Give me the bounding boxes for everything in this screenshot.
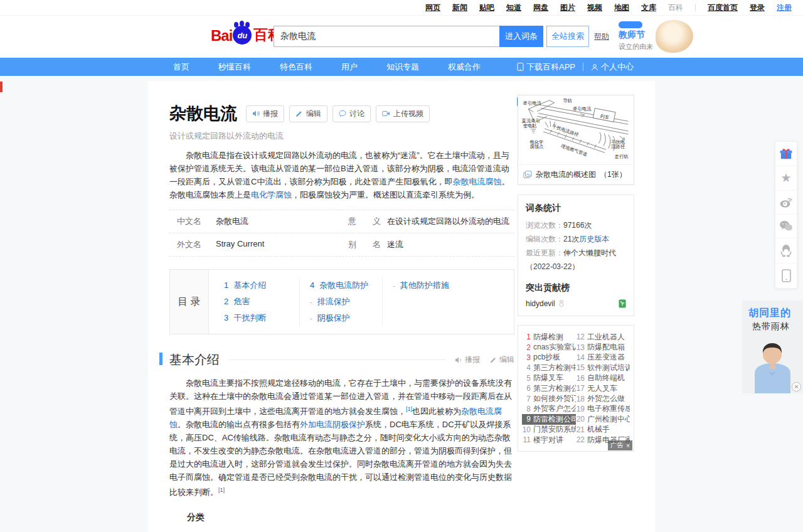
hot-item[interactable]: 8 外贸客户怎么找: [522, 404, 576, 414]
enter-entry-button[interactable]: 进入词条: [499, 26, 543, 47]
divider: [583, 63, 583, 71]
toc-entry[interactable]: 2危害: [224, 294, 299, 310]
top-nav-link[interactable]: 地图: [614, 3, 629, 13]
nav-item[interactable]: 用户: [341, 61, 358, 73]
hot-item[interactable]: 21 机械手: [576, 425, 630, 435]
hot-item[interactable]: 18 外贸怎么做: [576, 393, 630, 403]
entry-stats-card: 词条统计 浏览次数：97166次 编辑次数：21次历史版本 最近更新：伸个大懒腰…: [518, 194, 634, 316]
hot-item[interactable]: 17 无人叉车: [576, 383, 630, 393]
hot-item[interactable]: 10 门禁安防系统: [522, 425, 576, 435]
floating-ad[interactable]: 胡同里的 热带雨林 ✕: [742, 301, 803, 393]
baike-nav-bar: 首页秒懂百科特色百科用户知识专题权威合作 下载百科APP 个人中心: [0, 58, 803, 76]
nav-item[interactable]: 特色百科: [280, 61, 312, 73]
hot-item[interactable]: 3 pcb抄板: [522, 353, 576, 363]
close-icon[interactable]: ✕: [792, 382, 801, 391]
hot-item[interactable]: 9 防雷检测公司: [522, 414, 576, 424]
entry-subtitle: 设计或规定回路以外流动的电流: [169, 130, 514, 142]
login-link[interactable]: 登录: [750, 3, 765, 13]
history-link[interactable]: 历史版本: [579, 235, 609, 243]
hot-item[interactable]: 12 工业机器人: [576, 332, 630, 342]
left-red-tab[interactable]: [0, 82, 3, 92]
paragraph: 杂散电流主要指不按照规定途径移动的电流，它存在于土壤中，与需要保护的设备系统没有…: [169, 376, 514, 499]
diagram-label: 导轨: [563, 98, 572, 104]
toc-entry[interactable]: 4杂散电流防护: [310, 277, 382, 294]
nav-item[interactable]: 知识专题: [386, 61, 419, 73]
divider: [695, 4, 696, 11]
wechat-icon[interactable]: [775, 215, 797, 238]
toc-entry[interactable]: -阴极保护: [310, 310, 382, 326]
close-icon[interactable]: ×: [626, 442, 630, 449]
top-nav-link[interactable]: 视频: [587, 3, 602, 13]
top-nav-link[interactable]: 贴吧: [479, 3, 494, 13]
star-icon[interactable]: ★: [775, 166, 797, 191]
top-nav-link[interactable]: 网页: [425, 3, 440, 13]
top-nav-link[interactable]: 知道: [506, 3, 521, 13]
hot-item[interactable]: 11 楼宇对讲: [522, 435, 576, 445]
top-nav-link[interactable]: 图片: [560, 3, 575, 13]
medal-icon: [558, 300, 565, 307]
hot-item[interactable]: 20 广州检测中心: [576, 414, 630, 424]
teachers-day-promo[interactable]: 教师节 设立的由来: [619, 20, 693, 53]
user-center-link[interactable]: 个人中心: [591, 61, 634, 73]
info-label: 外文名: [177, 239, 216, 250]
section-broadcast-button[interactable]: 播报: [455, 354, 480, 365]
pencil-icon: [490, 356, 497, 363]
top-utility-bar: 网页新闻贴吧知道网盘图片视频地图文库 百科 百度首页 登录 注册: [0, 0, 803, 16]
diagram-label: 变电站: [523, 123, 538, 129]
contributors-title: 突出贡献榜: [526, 282, 626, 294]
diagram-label: 牵引电流: [523, 100, 542, 106]
nav-item[interactable]: 权威合作: [448, 61, 481, 73]
section-edit-button[interactable]: 编辑: [490, 354, 514, 365]
toc-entry[interactable]: -排流保护: [310, 294, 382, 310]
ad-tag[interactable]: 广告×: [608, 440, 632, 450]
nav-item[interactable]: 秒懂百科: [218, 61, 251, 73]
hot-item[interactable]: 5 防爆叉车: [522, 373, 576, 383]
promo-image: [656, 20, 693, 53]
hot-item[interactable]: 7 如何接外贸订单: [522, 393, 576, 403]
broadcast-button[interactable]: 播报: [246, 105, 284, 122]
album-caption[interactable]: 杂散电流的概述图（1张）: [518, 164, 634, 184]
hot-item[interactable]: 14 压差变送器: [576, 353, 630, 363]
upload-video-button[interactable]: 上传视频: [376, 105, 430, 122]
baidu-home-link[interactable]: 百度首页: [708, 3, 738, 13]
search-input[interactable]: [274, 26, 499, 47]
hot-item[interactable]: 15 软件测试培训机: [576, 363, 630, 373]
hot-item[interactable]: 2 cnas实验室认可: [522, 342, 576, 352]
mobile-icon[interactable]: [775, 263, 797, 288]
download-app-link[interactable]: 下载百科APP: [517, 61, 575, 73]
hot-item[interactable]: 13 防爆配电箱: [576, 342, 630, 352]
floating-share-toolbar: ★: [775, 141, 797, 289]
nav-item[interactable]: 首页: [173, 61, 189, 73]
toc-entry[interactable]: -其他防护措施: [393, 277, 514, 294]
toc-entry[interactable]: 3干扰判断: [224, 310, 299, 326]
toc-entry[interactable]: 1基本介绍: [224, 277, 299, 294]
album-card[interactable]: 牵引电流 导轨 牵引电流 列车 直流牵引 变电站 干扰电流路径 电化学 腐蚀点 …: [518, 95, 634, 185]
discuss-button[interactable]: 讨论: [332, 105, 371, 122]
hot-item[interactable]: 1 防爆检测: [522, 332, 576, 342]
hot-item[interactable]: 19 电子称重传感器: [576, 404, 630, 414]
diagram-label: 流路径: [611, 144, 625, 149]
gift-icon[interactable]: [775, 142, 797, 166]
edit-button[interactable]: 编辑: [289, 105, 327, 122]
qq-icon[interactable]: [775, 238, 797, 263]
top-nav-link[interactable]: 网盘: [533, 3, 548, 13]
contributor-row[interactable]: hidydevil: [526, 299, 626, 308]
info-value: 在设计或规定回路以外流动的电流: [387, 216, 509, 227]
top-nav-link[interactable]: 新闻: [452, 3, 467, 13]
hot-item[interactable]: 6 第三方检测公司: [522, 383, 576, 393]
help-link[interactable]: 帮助: [594, 31, 609, 42]
register-link[interactable]: 注册: [777, 3, 792, 13]
site-search-button[interactable]: 全站搜索: [546, 26, 589, 47]
stats-title: 词条统计: [526, 203, 626, 214]
top-nav-link[interactable]: 文库: [641, 3, 656, 13]
album-icon: [523, 171, 532, 179]
hot-item[interactable]: 4 第三方检测中心: [522, 363, 576, 373]
entry-card: ★ 收藏 104 32 杂散电流 播报: [148, 81, 655, 532]
weibo-icon[interactable]: [775, 191, 797, 215]
promo-title: 教师节: [619, 29, 653, 41]
page-title: 杂散电流: [169, 102, 237, 125]
baike-logo[interactable]: Bai du 百科: [211, 25, 282, 45]
chat-icon: [339, 110, 346, 117]
diagram-label: 埋地燃气管道: [560, 143, 588, 157]
hot-item[interactable]: 16 自助终端机: [576, 373, 630, 383]
